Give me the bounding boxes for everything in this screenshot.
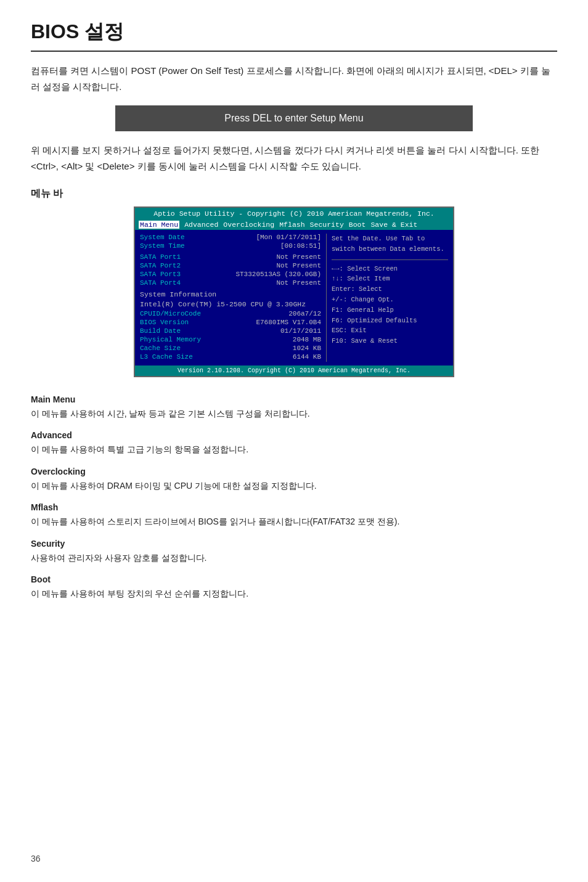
- intro-text-2: 위 메시지를 보지 못하거나 설정로 들어가지 못했다면, 시스템을 껐다가 다…: [31, 142, 557, 174]
- bios-l3-cache-label: L3 Cache Size: [140, 353, 193, 361]
- menu-bar-section-title: 메뉴 바: [31, 187, 557, 200]
- bios-footer: Version 2.10.1208. Copyright (C) 2010 Am…: [135, 365, 453, 376]
- bios-system-date-value: [Mon 01/17/2011]: [256, 234, 321, 241]
- bios-l3-cache-value: 6144 KB: [293, 353, 321, 361]
- menu-desc-boot: 이 메뉴를 사용하여 부팅 장치의 우선 순쉬를 지정합니다.: [31, 587, 557, 600]
- bios-menu-bar: Main Menu Advanced Overclocking Mflash S…: [135, 219, 453, 230]
- menu-heading-security: Security: [31, 539, 557, 549]
- page-title: BIOS 설정: [31, 18, 557, 46]
- bios-help-line-1: ←→: Select Screen: [332, 264, 448, 274]
- bios-body: System Date [Mon 01/17/2011] System Time…: [135, 230, 453, 365]
- bios-build-date-row: Build Date 01/17/2011: [140, 327, 321, 335]
- bios-cache-size-label: Cache Size: [140, 345, 181, 352]
- bios-sata1-label: SATA Port1: [140, 253, 181, 261]
- bios-cpu-label: Intel(R) Core(TM) i5-2500 CPU @ 3.30GHz: [140, 300, 321, 308]
- title-divider: [31, 51, 557, 52]
- bios-physical-memory-row: Physical Memory 2048 MB: [140, 336, 321, 343]
- bios-build-date-label: Build Date: [140, 327, 181, 335]
- bios-l3-cache-row: L3 Cache Size 6144 KB: [140, 353, 321, 361]
- bios-sata3-value: ST3320513AS (320.0GB): [235, 271, 321, 278]
- bios-system-info-label: System Information: [140, 290, 321, 298]
- menu-section-boot: Boot 이 메뉴를 사용하여 부팅 장치의 우선 순쉬를 지정합니다.: [31, 574, 557, 600]
- bios-sata1-row: SATA Port1 Not Present: [140, 253, 321, 261]
- bios-sata2-label: SATA Port2: [140, 262, 181, 269]
- menu-sections: Main Menu 이 메뉴를 사용하여 시간, 날짜 등과 같은 기본 시스템…: [31, 394, 557, 600]
- bios-build-date-value: 01/17/2011: [280, 327, 321, 335]
- bios-system-date-label: System Date: [140, 234, 185, 241]
- bios-screen: Aptio Setup Utility - Copyright (C) 2010…: [134, 206, 454, 377]
- bios-cpuid-value: 206a7/12: [288, 310, 321, 317]
- menu-desc-advanced: 이 메뉴를 사용하여 특별 고급 기능의 항목을 설정합니다.: [31, 443, 557, 456]
- bios-help-top: Set the Date. Use Tab to switch between …: [332, 234, 448, 255]
- bios-right-panel: Set the Date. Use Tab to switch between …: [326, 234, 448, 362]
- bios-system-time-row: System Time [00:08:51]: [140, 242, 321, 250]
- bios-bios-version-row: BIOS Version E7680IMS V17.0B4: [140, 319, 321, 326]
- bios-cache-size-row: Cache Size 1024 KB: [140, 345, 321, 352]
- bios-help-line-2: ↑↓: Select Item: [332, 274, 448, 284]
- bios-menu-overclocking[interactable]: Overclocking: [223, 221, 274, 229]
- bios-help-line-6: F6: Optimized Defaults: [332, 316, 448, 326]
- menu-desc-main: 이 메뉴를 사용하여 시간, 날짜 등과 같은 기본 시스템 구성을 처리합니다…: [31, 407, 557, 420]
- bios-help-line-8: F10: Save & Reset: [332, 336, 448, 346]
- bios-menu-save-exit[interactable]: Save & Exit: [370, 221, 417, 229]
- bios-sata4-label: SATA Port4: [140, 279, 181, 287]
- bios-menu-boot[interactable]: Boot: [349, 221, 366, 229]
- menu-heading-overclocking: Overclocking: [31, 467, 557, 476]
- bios-system-date-row: System Date [Mon 01/17/2011]: [140, 234, 321, 241]
- menu-section-main: Main Menu 이 메뉴를 사용하여 시간, 날짜 등과 같은 기본 시스템…: [31, 394, 557, 420]
- bios-help-line-3: Enter: Select: [332, 284, 448, 295]
- menu-heading-boot: Boot: [31, 574, 557, 584]
- menu-section-advanced: Advanced 이 메뉴를 사용하여 특별 고급 기능의 항목을 설정합니다.: [31, 430, 557, 456]
- bios-sata3-row: SATA Port3 ST3320513AS (320.0GB): [140, 271, 321, 278]
- bios-sata4-row: SATA Port4 Not Present: [140, 279, 321, 287]
- bios-cpuid-row: CPUID/MicroCode 206a7/12: [140, 310, 321, 317]
- menu-heading-main: Main Menu: [31, 394, 557, 404]
- bios-sata4-value: Not Present: [276, 279, 321, 287]
- menu-heading-mflash: Mflash: [31, 502, 557, 512]
- menu-section-mflash: Mflash 이 메뉴를 사용하여 스토리지 드라이브에서 BIOS를 읽거나 …: [31, 502, 557, 528]
- bios-menu-security[interactable]: Security: [310, 221, 344, 229]
- page-number: 36: [31, 854, 41, 864]
- menu-section-overclocking: Overclocking 이 메뉴를 사용하여 DRAM 타이밍 및 CPU 기…: [31, 467, 557, 492]
- bios-physical-memory-label: Physical Memory: [140, 336, 201, 343]
- bios-system-time-label: System Time: [140, 242, 185, 250]
- menu-desc-overclocking: 이 메뉴를 사용하여 DRAM 타이밍 및 CPU 기능에 대한 설정을 지정합…: [31, 479, 557, 492]
- bios-bios-version-label: BIOS Version: [140, 319, 189, 326]
- bios-help-line-4: +/-: Change Opt.: [332, 295, 448, 305]
- bios-cache-size-value: 1024 KB: [293, 345, 321, 352]
- intro-text-1: 컴퓨터를 켜면 시스템이 POST (Power On Self Test) 프…: [31, 63, 557, 94]
- menu-heading-advanced: Advanced: [31, 430, 557, 440]
- bios-help-line-7: ESC: Exit: [332, 325, 448, 336]
- bios-physical-memory-value: 2048 MB: [293, 336, 321, 343]
- press-del-box: Press DEL to enter Setup Menu: [115, 105, 473, 131]
- bios-menu-main[interactable]: Main Menu: [139, 221, 179, 229]
- bios-help-line-5: F1: General Help: [332, 305, 448, 316]
- bios-bios-version-value: E7680IMS V17.0B4: [256, 319, 321, 326]
- menu-desc-security: 사용하여 관리자와 사용자 암호를 설정합니다.: [31, 551, 557, 565]
- menu-desc-mflash: 이 메뉴를 사용하여 스토리지 드라이브에서 BIOS를 읽거나 플래시합니다(…: [31, 515, 557, 528]
- bios-sata2-row: SATA Port2 Not Present: [140, 262, 321, 269]
- bios-menu-advanced[interactable]: Advanced: [184, 221, 218, 229]
- menu-section-security: Security 사용하여 관리자와 사용자 암호를 설정합니다.: [31, 539, 557, 565]
- bios-sata3-label: SATA Port3: [140, 271, 181, 278]
- bios-sata1-value: Not Present: [276, 253, 321, 261]
- bios-system-time-value: [00:08:51]: [280, 242, 321, 250]
- bios-left-panel: System Date [Mon 01/17/2011] System Time…: [140, 234, 321, 362]
- bios-menu-mflash[interactable]: Mflash: [279, 221, 304, 229]
- bios-sata2-value: Not Present: [276, 262, 321, 269]
- bios-title-bar: Aptio Setup Utility - Copyright (C) 2010…: [135, 208, 453, 219]
- bios-cpuid-label: CPUID/MicroCode: [140, 310, 201, 317]
- bios-help-bottom: ←→: Select Screen ↑↓: Select Item Enter:…: [332, 259, 448, 346]
